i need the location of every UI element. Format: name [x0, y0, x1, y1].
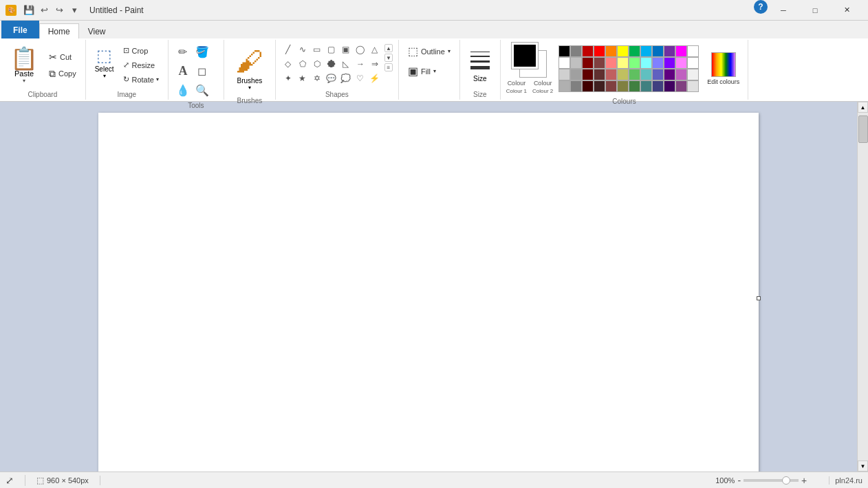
shape-rect-btn[interactable]: ▭ [310, 43, 324, 56]
swatch-r3-7[interactable] [629, 69, 640, 80]
undo-quick-btn[interactable]: ↩ [37, 3, 51, 17]
swatch-r2-8[interactable] [640, 57, 652, 69]
paste-button[interactable]: 📋 Paste ▾ [6, 44, 43, 87]
shape-right-tri-btn[interactable]: ◺ [339, 57, 353, 71]
swatch-magenta[interactable] [675, 45, 687, 57]
zoom-minus-btn[interactable]: - [737, 475, 741, 486]
shape-star4-btn[interactable]: ✦ [281, 71, 295, 85]
swatch-r2-5[interactable] [605, 57, 617, 69]
swatch-r4-6[interactable] [617, 80, 629, 92]
swatch-r3-3[interactable] [582, 69, 594, 80]
swatch-r4-4[interactable] [594, 80, 605, 92]
swatch-green[interactable] [629, 45, 640, 57]
shape-triangle-btn[interactable]: △ [368, 43, 382, 56]
shape-oct-btn[interactable]: ⯄ [325, 57, 338, 71]
swatch-r2-4[interactable] [594, 57, 605, 69]
shape-callout2-btn[interactable]: 💭 [339, 71, 353, 85]
canvas-wrapper[interactable] [0, 102, 857, 472]
swatch-r2-2[interactable] [570, 57, 582, 69]
swatch-yellow[interactable] [617, 45, 629, 57]
text-button[interactable]: A [174, 62, 192, 80]
shape-heart-btn[interactable]: ♡ [354, 71, 367, 85]
swatch-red[interactable] [594, 45, 605, 57]
shape-star6-btn[interactable]: ✡ [310, 71, 324, 85]
swatch-r3-2[interactable] [570, 69, 582, 80]
shapes-all-btn[interactable]: ≡ [384, 63, 393, 71]
rotate-button[interactable]: ↻ Rotate ▾ [120, 73, 162, 86]
swatch-black[interactable] [558, 45, 570, 57]
swatch-r3-9[interactable] [652, 69, 664, 80]
swatch-r4-2[interactable] [570, 80, 582, 92]
magnifier-button[interactable]: 🔍 [193, 81, 211, 99]
zoom-plus-btn[interactable]: + [801, 475, 807, 486]
swatch-blue[interactable] [652, 45, 664, 57]
swatch-purple[interactable] [664, 45, 675, 57]
shape-curve-btn[interactable]: ∿ [296, 43, 310, 56]
tab-file[interactable]: File [1, 21, 39, 38]
minimize-button[interactable]: ─ [768, 0, 799, 21]
shape-arrow2-btn[interactable]: ⇒ [368, 57, 382, 71]
swatch-r3-1[interactable] [558, 69, 570, 80]
eraser-button[interactable]: ◻ [193, 62, 211, 80]
scroll-down-btn[interactable]: ▼ [858, 461, 868, 472]
swatch-r3-8[interactable] [640, 69, 652, 80]
color-picker-button[interactable]: 💧 [174, 81, 192, 99]
swatch-r4-12[interactable] [687, 80, 699, 92]
size-button[interactable]: Size [466, 43, 495, 86]
copy-button[interactable]: ⧉ Copy [45, 66, 80, 82]
pln24-link[interactable]: pln24.ru [829, 476, 862, 485]
resize-button[interactable]: ⤢ Resize [120, 58, 162, 71]
edit-colours-button[interactable]: Edit colours [704, 49, 742, 88]
swatch-r4-10[interactable] [664, 80, 675, 92]
shape-diamond-btn[interactable]: ◇ [281, 57, 295, 71]
shape-lightning-btn[interactable]: ⚡ [368, 71, 382, 85]
shape-hex-btn[interactable]: ⬡ [310, 57, 324, 71]
shapes-scroll-up[interactable]: ▲ [384, 44, 393, 52]
swatch-cyan[interactable] [640, 45, 652, 57]
swatch-r3-6[interactable] [617, 69, 629, 80]
qa-dropdown-btn[interactable]: ▾ [67, 3, 81, 17]
shapes-scroll-down[interactable]: ▼ [384, 54, 393, 62]
swatch-r2-12[interactable] [687, 57, 699, 69]
shape-round-rect-btn[interactable]: ▣ [339, 43, 353, 56]
swatch-darkred[interactable] [582, 45, 594, 57]
shape-arrow-btn[interactable]: → [354, 57, 367, 71]
maximize-button[interactable]: □ [799, 0, 831, 21]
save-quick-btn[interactable]: 💾 [22, 3, 36, 17]
scroll-thumb[interactable] [858, 115, 868, 143]
fill-button[interactable]: ▣ Fill ▾ [404, 63, 440, 80]
help-button[interactable]: ? [754, 0, 768, 14]
swatch-r4-1[interactable] [558, 80, 570, 92]
shape-rect2-btn[interactable]: ▢ [325, 43, 338, 56]
fill-tool-button[interactable]: 🪣 [193, 43, 211, 60]
zoom-slider[interactable] [744, 479, 799, 482]
pencil-button[interactable]: ✏ [174, 43, 192, 60]
swatch-r2-9[interactable] [652, 57, 664, 69]
swatch-r2-10[interactable] [664, 57, 675, 69]
outline-button[interactable]: ⬚ Outline ▾ [404, 43, 454, 60]
swatch-r3-4[interactable] [594, 69, 605, 80]
shape-callout1-btn[interactable]: 💬 [325, 71, 338, 85]
crop-button[interactable]: ⊡ Crop [120, 44, 162, 57]
swatch-r2-1[interactable] [558, 57, 570, 69]
swatch-r3-11[interactable] [675, 69, 687, 80]
swatch-r4-8[interactable] [640, 80, 652, 92]
swatch-r3-12[interactable] [687, 69, 699, 80]
swatch-orange[interactable] [605, 45, 617, 57]
scroll-up-btn[interactable]: ▲ [858, 102, 868, 113]
cut-button[interactable]: ✂ Cut [45, 49, 80, 65]
shape-penta-btn[interactable]: ⬠ [296, 57, 310, 71]
swatch-r4-3[interactable] [582, 80, 594, 92]
brushes-button[interactable]: 🖌 Brushes ▾ [230, 43, 270, 94]
swatch-r2-3[interactable] [582, 57, 594, 69]
swatch-r2-6[interactable] [617, 57, 629, 69]
zoom-thumb[interactable] [782, 476, 790, 485]
scroll-track[interactable] [858, 113, 868, 461]
select-button[interactable]: ⬚ Select ▾ [91, 43, 118, 82]
swatch-gray[interactable] [570, 45, 582, 57]
tab-home[interactable]: Home [39, 23, 79, 38]
tab-view[interactable]: View [79, 23, 115, 38]
swatch-r4-11[interactable] [675, 80, 687, 92]
swatch-r2-11[interactable] [675, 57, 687, 69]
shape-star5-btn[interactable]: ★ [296, 71, 310, 85]
